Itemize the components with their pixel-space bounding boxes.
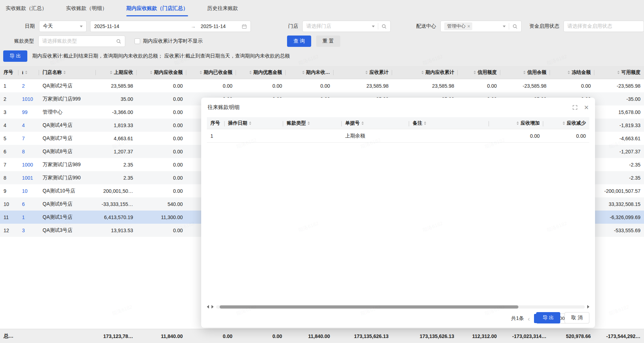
store-select[interactable]: 请选择门店 — [302, 21, 391, 32]
tab-label: 实收账款（汇总） — [6, 5, 47, 12]
cell: -200,001,507.57 — [594, 188, 644, 194]
fullscreen-icon[interactable] — [572, 105, 578, 110]
reset-button[interactable]: 重 置 — [316, 36, 340, 47]
scroll-right-end-icon[interactable] — [587, 305, 589, 309]
store-id-link[interactable]: 99 — [22, 109, 28, 115]
store-id-link[interactable]: 6 — [22, 201, 25, 207]
sort-icon — [523, 71, 525, 74]
tab-3[interactable]: 历史往来账款 — [207, 0, 238, 16]
tab-1[interactable]: 实收账款（明细） — [66, 0, 107, 16]
tab-0[interactable]: 实收账款（汇总） — [6, 0, 47, 16]
scroll-right-icon[interactable] — [211, 305, 214, 309]
main-column-header-5[interactable]: 期内已收金额 — [186, 66, 236, 79]
search-icon[interactable] — [116, 39, 121, 44]
column-label: 期内应收累计 — [425, 69, 454, 76]
cell: 0.00 — [137, 149, 186, 154]
main-column-header-9[interactable]: 期内应收累计 — [392, 66, 458, 79]
main-column-header-3[interactable]: 上期应收 — [96, 66, 137, 79]
store-id-link[interactable]: 7 — [22, 136, 25, 141]
store-id-link[interactable]: 4 — [22, 123, 25, 128]
cell: -533,555.69 — [594, 228, 644, 233]
cell: 10 — [0, 201, 18, 207]
store-id-link[interactable]: 1 — [22, 214, 25, 220]
table-row[interactable]: 12QA测试2号店23,585.980.000.000.000.0023,585… — [0, 79, 644, 92]
totals-cell: -173,023,314… — [500, 333, 550, 339]
modal-column-header-2[interactable]: 账款类型 — [283, 117, 342, 129]
store-id-link[interactable]: 1010 — [22, 96, 33, 102]
tag-remove-icon[interactable]: × — [467, 24, 470, 29]
chevron-down-icon — [503, 26, 506, 27]
modal-column-header-5[interactable]: 应收增加 — [489, 117, 543, 129]
store-id-link[interactable]: 1001 — [22, 175, 33, 181]
account-type-input[interactable]: 请选择账款类型 — [38, 36, 125, 47]
date-preset-select[interactable]: 今天 — [39, 21, 87, 32]
modal-column-header-4[interactable]: 备注 — [409, 117, 489, 129]
modal-column-header-1[interactable]: 操作日期 — [225, 117, 283, 129]
tab-label: 实收账款（明细） — [66, 5, 107, 12]
store-id-link[interactable]: 2 — [22, 83, 25, 89]
column-label: 操作日期 — [228, 120, 247, 126]
cell: 7 — [0, 162, 18, 168]
main-column-header-1[interactable]: i — [18, 66, 39, 79]
search-icon[interactable] — [512, 24, 518, 29]
cell: 4,663.61 — [96, 136, 137, 141]
search-icon[interactable] — [381, 24, 387, 29]
scroll-left-icon[interactable] — [207, 305, 209, 309]
main-column-header-13[interactable]: 可用额度 — [594, 66, 644, 79]
main-column-header-12[interactable]: 冻结金额 — [550, 66, 594, 79]
cell: QA测试1号店 — [39, 214, 96, 220]
store-id-link[interactable]: 10 — [22, 188, 28, 194]
cell: 200,001,50… — [96, 188, 137, 194]
totals-cell: 520,978.66 — [550, 333, 594, 339]
cell: -3,366.00 — [96, 109, 137, 115]
date-range-picker[interactable]: 2025-11-14 → 2025-11-14 — [90, 21, 251, 32]
cell: 2.35 — [96, 162, 137, 168]
column-label: 应收增加 — [521, 120, 540, 126]
modal-column-header-0: 序号 — [207, 117, 225, 129]
cell: -23,585.98 — [500, 83, 550, 89]
scrollbar-track[interactable] — [216, 305, 585, 309]
app-root: 实收账款（汇总）实收账款（明细）期内应收账款（门店汇总）历史往来账款 日期 今天… — [0, 0, 644, 343]
sort-icon — [64, 71, 66, 74]
scrollbar-thumb[interactable] — [220, 305, 518, 309]
selected-tag: 管理中心 × — [444, 22, 472, 30]
date-preset-value: 今天 — [43, 23, 53, 29]
main-column-header-7[interactable]: 期内未收… — [286, 66, 334, 79]
date-range-arrow-icon: → — [191, 23, 196, 29]
main-column-header-10[interactable]: 信用额度 — [458, 66, 500, 79]
modal-column-header-6[interactable]: 应收减少 — [543, 117, 589, 129]
modal-export-button[interactable]: 导 出 — [536, 312, 560, 323]
column-label: 应收减少 — [567, 120, 586, 126]
sort-icon — [422, 71, 424, 74]
prev-page-button[interactable]: ‹ — [528, 315, 530, 322]
query-button[interactable]: 查 询 — [287, 36, 311, 47]
sort-icon — [150, 71, 152, 74]
main-column-header-11[interactable]: 信用余额 — [500, 66, 550, 79]
cell: 0.00 — [137, 175, 186, 181]
cell: QA测试10号店 — [39, 188, 96, 194]
tab-bar: 实收账款（汇总）实收账款（明细）期内应收账款（门店汇总）历史往来账款 — [0, 0, 644, 16]
store-id-link[interactable]: 8 — [22, 149, 25, 154]
column-label: 期内未收… — [306, 69, 330, 76]
store-id-link[interactable]: 3 — [22, 228, 25, 233]
sort-icon — [568, 71, 570, 74]
main-column-header-4[interactable]: 期内应收金额 — [137, 66, 186, 79]
tab-2[interactable]: 期内应收账款（门店汇总） — [126, 0, 188, 16]
main-column-header-8[interactable]: 应收累计 — [334, 66, 392, 79]
fund-status-select[interactable]: 请选择资金启用状态 — [563, 21, 644, 32]
export-button[interactable]: 导 出 — [3, 50, 27, 62]
modal-table-row[interactable]: 1上期余额0.000.00 — [207, 129, 589, 143]
main-column-header-2[interactable]: 门店名称 — [39, 66, 96, 79]
horizontal-scrollbar[interactable] — [207, 305, 589, 309]
store-id-link[interactable]: 1000 — [22, 162, 33, 168]
distribution-center-select[interactable]: 管理中心 × — [440, 21, 522, 32]
modal-cancel-button[interactable]: 取 消 — [565, 312, 589, 323]
cell: 1 — [0, 83, 18, 89]
totals-cell: 总… — [0, 333, 18, 339]
modal-column-header-3[interactable]: 单据号 — [342, 117, 409, 129]
main-column-header-6[interactable]: 期内优惠金额 — [236, 66, 286, 79]
modal-table-body: 1上期余额0.000.00 — [207, 129, 589, 143]
cell: 35.00 — [96, 96, 137, 102]
close-icon[interactable]: × — [584, 104, 589, 111]
zero-hide-checkbox[interactable] — [134, 38, 140, 44]
